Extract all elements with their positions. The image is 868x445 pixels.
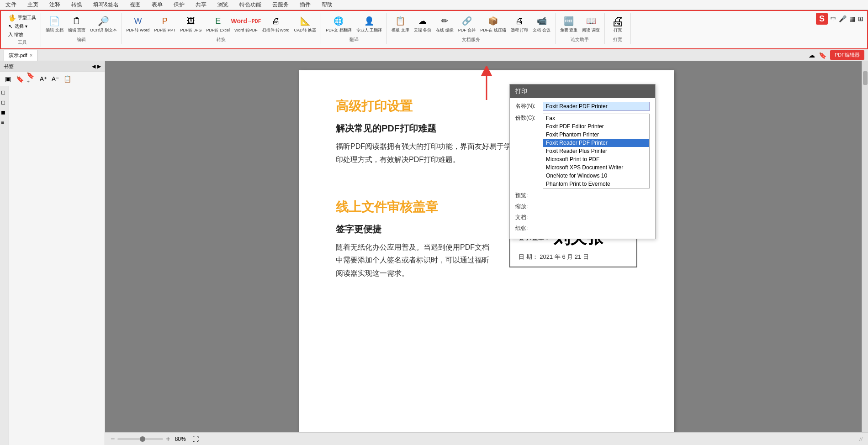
scan-to-word-btn[interactable]: 🖨 扫描件 转Word xyxy=(260,14,291,34)
sidebar-font-small-btn[interactable]: A⁻ xyxy=(50,74,60,84)
zoom-in-btn[interactable]: + xyxy=(166,435,170,443)
pdf-to-excel-btn[interactable]: E PDF转 Excel xyxy=(204,14,232,34)
sidebar-bookmark-add-btn[interactable]: 🔖 xyxy=(15,74,25,84)
menu-annotate[interactable]: 注释 xyxy=(48,0,62,10)
strip-icon-3[interactable]: ◼ xyxy=(1,109,8,115)
sidebar-font-large-btn[interactable]: A⁺ xyxy=(38,74,48,84)
zoom-thumb[interactable] xyxy=(140,436,145,442)
tab-filename: 演示.pdf xyxy=(9,52,27,59)
pdf-to-word-btn[interactable]: W PDF转 Word xyxy=(125,14,152,34)
scrollbar-thumb[interactable] xyxy=(863,71,868,85)
strip-icon-1[interactable]: ◻ xyxy=(1,89,8,95)
merge-btn[interactable]: 🔗 PDF 合并 xyxy=(456,14,478,34)
zoom-out-btn[interactable]: − xyxy=(111,435,115,443)
pdf-to-ppt-btn[interactable]: P PDF转 PPT xyxy=(152,14,177,34)
menu-convert[interactable]: 转换 xyxy=(69,0,84,10)
grid-icon[interactable]: ▦ xyxy=(849,15,855,22)
pdf-translate-btn[interactable]: 🌐 PDF文 档翻译 xyxy=(324,14,354,34)
bookmark-list xyxy=(9,86,105,445)
printer-list: Fax Foxit PDF Editor Printer Foxit Phant… xyxy=(543,114,650,188)
edit-doc-btn[interactable]: 📄 编辑 文档 xyxy=(44,14,65,34)
strip-icon-2[interactable]: ◻ xyxy=(1,99,8,105)
sidebar-title: 书签 xyxy=(4,63,14,70)
print-dialog: 打印 名称(N): Foxit Reader PDF Printer 份数(C)… xyxy=(509,84,656,239)
template-btn[interactable]: 📋 模板 文库 xyxy=(390,14,411,34)
expand-btn[interactable]: ⛶ xyxy=(192,435,199,443)
apps-icon[interactable]: ⊞ xyxy=(858,15,863,22)
strip-icon-4[interactable]: ≡ xyxy=(1,119,8,126)
remote-print-btn[interactable]: 🖨 远程 打印 xyxy=(509,14,530,34)
menu-help[interactable]: 帮助 xyxy=(320,0,334,10)
pdf-viewer[interactable]: 高级打印设置 解决常见的PDF打印难题 福昕PDF阅读器拥有强大的打印功能，界面… xyxy=(105,61,868,445)
pdf-to-jpg-btn[interactable]: 🖼 PDF转 JPG xyxy=(178,14,203,34)
hand-tool-btn[interactable]: 🖐 手型工具 xyxy=(6,14,38,22)
red-arrow xyxy=(468,66,505,102)
cloud-backup-btn[interactable]: ☁ 云端 备份 xyxy=(412,14,434,34)
print-copies-value: Fax Foxit PDF Editor Printer Foxit Phant… xyxy=(543,114,650,188)
sidebar-header: 书签 ◀ ▶ xyxy=(0,61,105,72)
printer-onenote[interactable]: OneNote for Windows 10 xyxy=(543,172,649,180)
online-edit-btn[interactable]: ✏ 在线 编辑 xyxy=(434,14,455,34)
menu-bar: 文件 主页 注释 转换 填写&签名 视图 表单 保护 共享 浏览 特色功能 云服… xyxy=(0,0,868,10)
translate-label: 翻译 xyxy=(349,37,359,43)
main-area: 书签 ◀ ▶ ▣ 🔖 🔖⁺ A⁺ A⁻ 📋 ◻ ◻ ◼ ≡ xyxy=(0,61,868,445)
edit-page-btn[interactable]: 🗒 编辑 页面 xyxy=(66,14,88,34)
print-copies-label: 份数(C): xyxy=(515,114,543,122)
zoom-slider-track[interactable] xyxy=(117,438,163,440)
sidebar-toolbar: ▣ 🔖 🔖⁺ A⁺ A⁻ 📋 xyxy=(0,72,105,86)
bookmark-icon[interactable]: 🔖 xyxy=(819,52,826,59)
word-to-pdf-btn[interactable]: Word→PDF Word 转PDF xyxy=(233,14,259,34)
printer-foxit-phantom[interactable]: Foxit Phantom Printer xyxy=(543,131,649,139)
lang-btn[interactable]: 中 xyxy=(831,15,836,23)
printer-phantom-evernote[interactable]: Phantom Print to Evernote xyxy=(543,180,649,188)
convert-label: 转换 xyxy=(217,37,226,43)
select-tool-btn[interactable]: ↖ 选择 ▾ xyxy=(6,23,38,30)
menu-share[interactable]: 共享 xyxy=(194,0,208,10)
edit-section: 📄 编辑 文档 🗒 编辑 页面 🔎 OCR识 别文本 编辑 xyxy=(41,13,122,44)
menu-file[interactable]: 文件 xyxy=(4,0,18,10)
date-value: 2021 年 6 月 21 日 xyxy=(540,253,589,260)
print-btn[interactable]: 🖨 打宽 xyxy=(608,14,628,34)
menu-view[interactable]: 视图 xyxy=(128,0,143,10)
printer-fax[interactable]: Fax xyxy=(543,114,649,122)
sidebar-nav-next[interactable]: ▶ xyxy=(97,63,101,69)
menu-protect[interactable]: 保护 xyxy=(172,0,186,10)
edit-shrink-btn[interactable]: 入 缩放 xyxy=(6,31,38,38)
sidebar-select-btn[interactable]: ▣ xyxy=(3,74,13,84)
sidebar: 书签 ◀ ▶ ▣ 🔖 🔖⁺ A⁺ A⁻ 📋 ◻ ◻ ◼ ≡ xyxy=(0,61,105,445)
print-name-input[interactable]: Foxit Reader PDF Printer xyxy=(543,102,650,111)
menu-special[interactable]: 特色功能 xyxy=(238,0,263,10)
doc-meeting-btn[interactable]: 📹 文档 会议 xyxy=(531,14,552,34)
menu-plugin[interactable]: 插件 xyxy=(298,0,312,10)
cloud-icon[interactable]: ☁ xyxy=(809,52,815,59)
right-scrollbar[interactable] xyxy=(862,61,868,432)
tab-close-btn[interactable]: × xyxy=(30,53,32,58)
tab-bar-right: ☁ 🔖 PDF编辑器 xyxy=(809,50,864,60)
pdf-editor-btn[interactable]: PDF编辑器 xyxy=(830,50,864,60)
printer-ms-xps[interactable]: Microsoft XPS Document Writer xyxy=(543,163,649,172)
pdf-tab[interactable]: 演示.pdf × xyxy=(4,50,37,61)
top-right-area: S 中 🎤 ▦ ⊞ xyxy=(816,13,863,25)
sidebar-nav-prev[interactable]: ◀ xyxy=(92,63,95,69)
compress-btn[interactable]: 📦 PDF在 线压缩 xyxy=(478,14,508,34)
sidebar-clipboard-btn[interactable]: 📋 xyxy=(62,74,72,84)
free-check-btn[interactable]: 🆓 免费 查重 xyxy=(558,14,580,34)
mic-icon[interactable]: 🎤 xyxy=(839,15,847,22)
printer-foxit-plus[interactable]: Foxit Reader Plus Printer xyxy=(543,147,649,155)
ribbon-toolbar: 🖐 手型工具 ↖ 选择 ▾ 入 缩放 工具 📄 编辑 文档 🗒 编辑 页面 xyxy=(0,10,868,49)
printer-foxit-editor[interactable]: Foxit PDF Editor Printer xyxy=(543,122,649,131)
pro-translate-btn[interactable]: 👤 专业人 工翻译 xyxy=(355,14,384,34)
menu-fill-sign[interactable]: 填写&签名 xyxy=(91,0,121,10)
scroll-indicator: // xyxy=(859,436,863,442)
ocr-btn[interactable]: 🔎 OCR识 别文本 xyxy=(88,14,119,34)
printer-ms-pdf[interactable]: Microsoft Print to PDF xyxy=(543,155,649,163)
sidebar-bookmark-add2-btn[interactable]: 🔖⁺ xyxy=(26,74,37,84)
menu-browse[interactable]: 浏览 xyxy=(216,0,230,10)
menu-cloud[interactable]: 云服务 xyxy=(270,0,291,10)
menu-form[interactable]: 表单 xyxy=(150,0,164,10)
sidebar-content: ◻ ◻ ◼ ≡ xyxy=(0,86,105,445)
read-survey-btn[interactable]: 📖 阅读 调查 xyxy=(580,14,602,34)
printer-foxit-reader[interactable]: Foxit Reader PDF Printer xyxy=(543,139,649,147)
cad-btn[interactable]: 📐 CAD转 换器 xyxy=(292,14,318,34)
menu-home[interactable]: 主页 xyxy=(26,0,40,10)
